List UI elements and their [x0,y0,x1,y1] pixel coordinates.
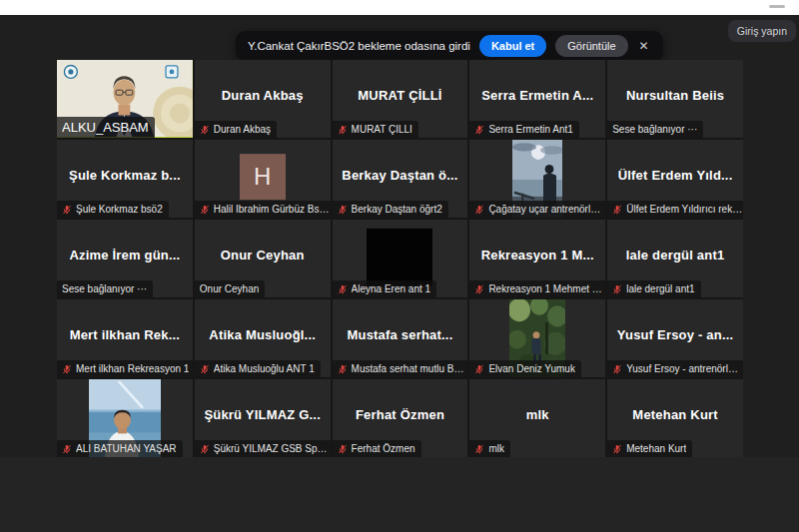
black-video-feed [367,229,432,286]
bottom-background-band [0,457,799,532]
muted-mic-icon [200,205,210,215]
participant-tile[interactable]: lale dergül ant1lale dergül ant1 [607,220,743,297]
participant-label-text: Mert ilkhan Rekreasyon 1 [76,363,189,374]
browser-minimize-dash [769,5,785,8]
participant-label-text: Serra Ermetin Ant1 [488,124,572,135]
participant-tile[interactable]: Mustafa serhat...Mustafa serhat mutlu BS… [333,299,468,377]
view-button[interactable]: Görüntüle [555,35,627,57]
muted-mic-icon [612,284,622,294]
muted-mic-icon [338,125,348,135]
participant-label: Şükrü YILMAZ GSB Spor Eğ... [195,440,331,457]
participant-label: Ülfet Erdem Yıldırıcı rekrea... [607,201,743,218]
participant-label-text: Ülfet Erdem Yıldırıcı rekrea... [626,204,742,215]
participant-tile[interactable]: Mert ilkhan Rek...Mert ilkhan Rekreasyon… [57,299,193,377]
participant-tile[interactable]: Atika Musluoğl...Atika Musluoğlu ANT 1 [195,299,331,377]
participant-tile[interactable]: Duran AkbaşDuran Akbaş [195,60,331,138]
participant-label: Elvan Deniz Yumuk [469,360,581,377]
browser-top-strip [0,0,799,15]
participant-tile[interactable]: Ferhat ÖzmenFerhat Özmen [333,379,468,457]
participant-label-text: Elvan Deniz Yumuk [488,363,575,374]
participant-label: ALKU_ASBAM [57,117,155,138]
participant-tile[interactable]: Yusuf Ersoy - an...Yusuf Ersoy - antrenö… [607,299,743,377]
participant-label: mlk [469,440,510,457]
participant-tile[interactable]: Ülfet Erdem Yıld...Ülfet Erdem Yıldırıcı… [607,140,743,218]
participant-label: Onur Ceyhan [195,280,265,297]
participant-label-text: Aleyna Eren ant 1 [352,283,431,294]
participant-tile[interactable]: Metehan KurtMetehan Kurt [607,379,743,457]
participant-label: Berkay Daştan öğrt2 [333,201,448,218]
participant-label-text: Onur Ceyhan [200,283,259,294]
muted-mic-icon [338,284,348,294]
participant-label-text: Berkay Daştan öğrt2 [352,204,442,215]
accept-button[interactable]: Kabul et [479,35,546,57]
muted-mic-icon [200,364,210,374]
participant-tile[interactable]: Aleyna Eren ant 1 [333,220,468,297]
muted-mic-icon [62,444,72,454]
participant-label-text: ALİ BATUHAN YAŞAR [76,443,177,454]
participant-label: Mustafa serhat mutlu BSÖ 2 [333,360,468,377]
toast-message: Y.Cankat ÇakırBSÖ2 bekleme odasına girdi [248,40,470,52]
participant-tile[interactable]: Şule Korkmaz b...Şule Korkmaz bsö2 [57,140,193,218]
participant-label-text: Atika Musluoğlu ANT 1 [214,363,315,374]
participant-tile[interactable]: Serra Ermetin A...Serra Ermetin Ant1 [469,60,605,138]
participant-label-text: MURAT ÇİLLİ [352,124,412,135]
participant-label-text: Rekreasyon 1 Mehmet Emi... [488,283,604,294]
participant-label: Halil İbrahim Gürbüz Bsö2 ... [195,201,331,218]
participant-tile[interactable]: HHalil İbrahim Gürbüz Bsö2 ... [195,140,331,218]
waiting-room-toast: Y.Cankat ÇakırBSÖ2 bekleme odasına girdi… [236,31,663,61]
participant-label: ALİ BATUHAN YAŞAR [57,440,183,457]
participant-label-text: Şule Korkmaz bsö2 [76,204,163,215]
participant-label: Yusuf Ersoy - antrenörlük 1 [607,360,743,377]
sign-in-button[interactable]: Giriş yapın [728,20,796,42]
muted-mic-icon [474,284,484,294]
muted-mic-icon [62,205,72,215]
participant-tile[interactable]: Azime İrem gün...Sese bağlanıyor ··· [57,220,193,297]
participant-tile[interactable]: mlkmlk [469,379,605,457]
participant-tile[interactable]: Rekreasyon 1 M...Rekreasyon 1 Mehmet Emi… [469,220,605,297]
participant-label: Çağatay uçar antrenörlük 1. [469,201,605,218]
participant-label-text: lale dergül ant1 [626,283,694,294]
participant-label: Atika Musluoğlu ANT 1 [195,360,321,377]
muted-mic-icon [338,444,348,454]
participant-tile[interactable]: Şükrü YILMAZ G...Şükrü YILMAZ GSB Spor E… [195,379,331,457]
participant-label-text: mlk [488,443,504,454]
participant-label-text: Çağatay uçar antrenörlük 1. [488,204,604,215]
participant-tile[interactable]: Nursultan BeiisSese bağlanıyor ··· [607,60,743,138]
participant-label-text: Yusuf Ersoy - antrenörlük 1 [626,363,742,374]
participant-label: Duran Akbaş [195,121,277,138]
participant-tile[interactable]: ALKU_ASBAM [57,60,193,138]
muted-mic-icon [474,444,484,454]
participant-label-text: Mustafa serhat mutlu BSÖ 2 [352,363,467,374]
muted-mic-icon [200,125,210,135]
participant-label: Rekreasyon 1 Mehmet Emi... [469,280,605,297]
participant-tile[interactable]: Onur CeyhanOnur Ceyhan [195,220,331,297]
muted-mic-icon [338,205,348,215]
zoom-meeting-window: Giriş yapın Y.Cankat ÇakırBSÖ2 bekleme o… [0,0,799,532]
participant-label: Sese bağlanıyor ··· [607,121,703,138]
avatar: H [240,154,286,200]
muted-mic-icon [62,364,72,374]
participant-label: Şule Korkmaz bsö2 [57,201,169,218]
participant-tile[interactable]: Çağatay uçar antrenörlük 1. [469,140,605,218]
muted-mic-icon [474,125,484,135]
participant-label: Ferhat Özmen [333,440,421,457]
muted-mic-icon [612,364,622,374]
participant-label: Mert ilkhan Rekreasyon 1 [57,360,193,377]
muted-mic-icon [474,364,484,374]
muted-mic-icon [474,205,484,215]
participant-tile[interactable]: Elvan Deniz Yumuk [469,299,605,377]
participant-label: MURAT ÇİLLİ [333,121,418,138]
participant-tile[interactable]: Berkay Daştan ö...Berkay Daştan öğrt2 [333,140,468,218]
muted-mic-icon [338,364,348,374]
participant-tile[interactable]: ALİ BATUHAN YAŞAR [57,379,193,457]
participant-label-text: Sese bağlanıyor ··· [612,124,697,135]
participant-label: Serra Ermetin Ant1 [469,121,578,138]
participant-label-text: Halil İbrahim Gürbüz Bsö2 ... [214,204,330,215]
participant-label: Sese bağlanıyor ··· [57,280,153,297]
participant-label-text: Sese bağlanıyor ··· [62,283,147,294]
participants-grid: ALKU_ASBAMDuran AkbaşDuran AkbaşMURAT Çİ… [57,60,743,457]
participant-label-text: Duran Akbaş [214,124,271,135]
participant-label: Metehan Kurt [607,440,692,457]
toast-close-icon[interactable]: ✕ [637,39,651,53]
participant-tile[interactable]: MURAT ÇİLLİMURAT ÇİLLİ [333,60,468,138]
